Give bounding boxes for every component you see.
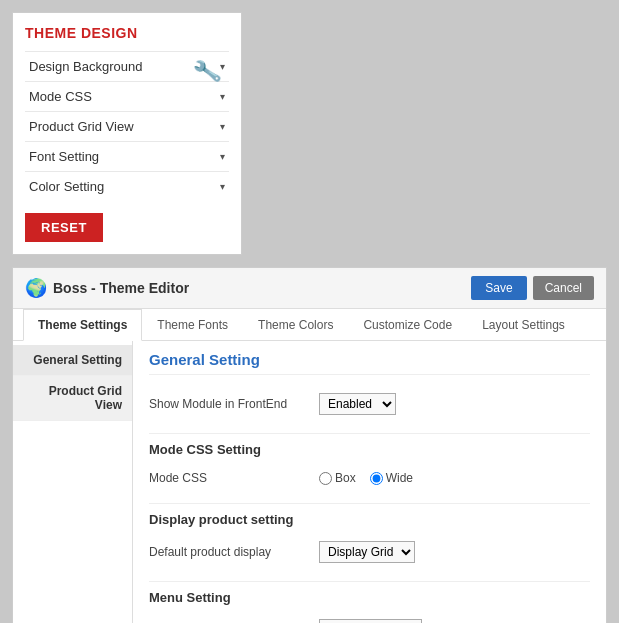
display-product-section-title: Display product setting: [149, 503, 590, 527]
menu-item-label: Mode CSS: [29, 89, 92, 104]
chevron-down-icon: ▾: [220, 91, 225, 102]
menu-item-label: Font Setting: [29, 149, 99, 164]
menu-item-product-grid-view[interactable]: Product Grid View ▾: [25, 111, 229, 141]
cancel-button[interactable]: Cancel: [533, 276, 594, 300]
default-menu-row: Default Menu Mega Menu Normal Menu: [149, 613, 590, 623]
section-title: General Setting: [149, 351, 590, 375]
default-product-row: Default product display Display Grid Dis…: [149, 535, 590, 569]
mode-css-label: Mode CSS: [149, 471, 319, 485]
chevron-down-icon: ▾: [220, 121, 225, 132]
mode-css-section-title: Mode CSS Setting: [149, 433, 590, 457]
menu-item-color-setting[interactable]: Color Setting ▾: [25, 171, 229, 201]
editor-title: 🌍 Boss - Theme Editor: [25, 277, 189, 299]
tabs-bar: Theme Settings Theme Fonts Theme Colors …: [13, 309, 606, 341]
radio-wide-text: Wide: [386, 471, 413, 485]
mode-css-row: Mode CSS Box Wide: [149, 465, 590, 491]
default-product-select[interactable]: Display Grid Display List: [319, 541, 415, 563]
default-menu-select[interactable]: Mega Menu Normal Menu: [319, 619, 422, 623]
tab-layout-settings[interactable]: Layout Settings: [467, 309, 580, 341]
theme-design-title: THEME DESIGN: [25, 25, 229, 41]
tools-icon: 🔧: [192, 57, 223, 87]
show-module-select[interactable]: Enabled Disabled: [319, 393, 396, 415]
radio-wide-label[interactable]: Wide: [370, 471, 413, 485]
tab-theme-settings[interactable]: Theme Settings: [23, 309, 142, 341]
content-area: General Setting Show Module in FrontEnd …: [133, 341, 606, 623]
radio-box-text: Box: [335, 471, 356, 485]
mode-css-control: Box Wide: [319, 471, 421, 485]
header-buttons: Save Cancel: [471, 276, 594, 300]
show-module-row: Show Module in FrontEnd Enabled Disabled: [149, 387, 590, 421]
menu-item-label: Color Setting: [29, 179, 104, 194]
reset-button[interactable]: RESET: [25, 213, 103, 242]
chevron-down-icon: ▾: [220, 181, 225, 192]
default-menu-control: Mega Menu Normal Menu: [319, 619, 422, 623]
default-product-label: Default product display: [149, 545, 319, 559]
tab-customize-code[interactable]: Customize Code: [348, 309, 467, 341]
tab-theme-fonts[interactable]: Theme Fonts: [142, 309, 243, 341]
menu-item-label: Design Background: [29, 59, 142, 74]
show-module-control: Enabled Disabled: [319, 393, 396, 415]
menu-section-title: Menu Setting: [149, 581, 590, 605]
menu-item-label: Product Grid View: [29, 119, 134, 134]
planet-icon: 🌍: [25, 277, 47, 299]
show-module-label: Show Module in FrontEnd: [149, 397, 319, 411]
default-product-control: Display Grid Display List: [319, 541, 415, 563]
sidebar-item-general-setting[interactable]: General Setting: [13, 345, 132, 376]
main-content: General Setting Product Grid View Genera…: [13, 341, 606, 623]
menu-item-font-setting[interactable]: Font Setting ▾: [25, 141, 229, 171]
chevron-down-icon: ▾: [220, 151, 225, 162]
tab-theme-colors[interactable]: Theme Colors: [243, 309, 348, 341]
editor-header: 🌍 Boss - Theme Editor Save Cancel: [13, 268, 606, 309]
editor-title-text: Boss - Theme Editor: [53, 280, 189, 296]
save-button[interactable]: Save: [471, 276, 526, 300]
menu-items-wrap: 🔧 Design Background ▾ Mode CSS ▾ Product…: [25, 51, 229, 201]
top-panel: THEME DESIGN 🔧 Design Background ▾ Mode …: [12, 12, 242, 255]
radio-box[interactable]: [319, 472, 332, 485]
radio-box-label[interactable]: Box: [319, 471, 356, 485]
bottom-panel: 🌍 Boss - Theme Editor Save Cancel Theme …: [12, 267, 607, 623]
sidebar-item-product-grid-view[interactable]: Product Grid View: [13, 376, 132, 421]
radio-wide[interactable]: [370, 472, 383, 485]
sidebar-nav: General Setting Product Grid View: [13, 341, 133, 623]
